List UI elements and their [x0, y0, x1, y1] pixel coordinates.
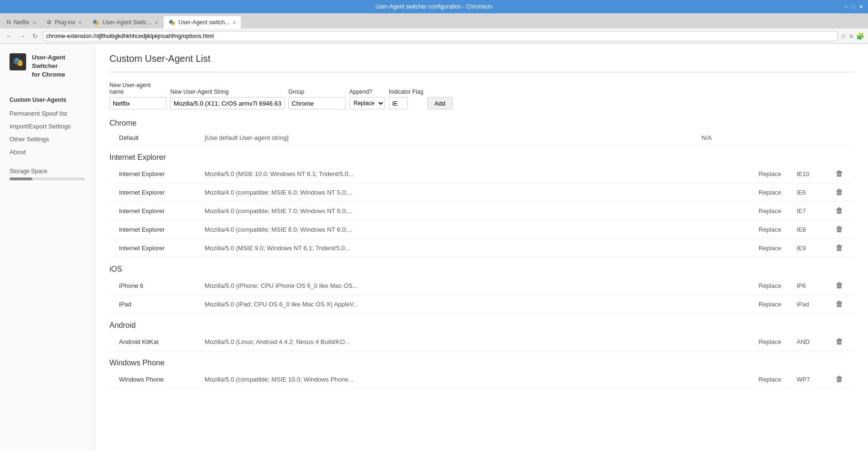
menu-icon[interactable]: ≡	[849, 32, 853, 40]
row-agent-string: Mozilla/5.0 (MSIE 9.0; Windows NT 6.1; T…	[205, 245, 701, 252]
group-heading-android: Android	[109, 321, 854, 330]
append-select[interactable]: Replace Append	[349, 97, 385, 109]
agent-group-input[interactable]	[288, 97, 345, 109]
netflix-tab-icon: N	[7, 19, 11, 26]
window-controls: ─ □ ✕	[845, 4, 863, 10]
ua1-tab-icon: 🎭	[92, 19, 99, 26]
table-row: iPadMozilla/5.0 (iPad; CPU OS 6_0 like M…	[109, 295, 854, 314]
row-agent-string: Mozilla/4.0 (compatible; MSIE 8.0; Windo…	[205, 226, 701, 233]
row-agent-string: Mozilla/4.0 (compatible; MSIE 6.0; Windo…	[205, 189, 701, 196]
row-agent-string: Mozilla/5.0 (MSIE 10.0; Windows NT 6.1; …	[205, 170, 701, 177]
tab-netflix-close[interactable]: ✕	[32, 20, 36, 25]
delete-button[interactable]: 🗑	[835, 299, 844, 309]
bookmark-icon[interactable]: ☆	[840, 32, 847, 40]
row-agent-name: iPhone 6	[109, 282, 205, 289]
row-agent-append: Replace	[759, 189, 797, 196]
tab-ua2-close[interactable]: ✕	[232, 20, 236, 25]
sidebar-item-permanent-spoof[interactable]: Permanent Spoof list	[0, 107, 95, 120]
reload-button[interactable]: ↻	[30, 31, 40, 41]
tab-bar: N Netflix ✕ ⚙ Plug-ins ✕ 🎭 User-Agent Sw…	[0, 13, 868, 29]
group-heading-ios: iOS	[109, 265, 854, 274]
tab-plugins[interactable]: ⚙ Plug-ins ✕	[42, 16, 87, 29]
address-bar[interactable]	[43, 31, 838, 41]
delete-button[interactable]: 🗑	[835, 243, 844, 253]
sidebar-item-about[interactable]: About	[0, 146, 95, 158]
agent-name-input[interactable]	[109, 97, 167, 109]
row-agent-append: Replace	[759, 245, 797, 252]
col-group-header: Group	[288, 88, 345, 95]
table-row: Internet ExplorerMozilla/4.0 (compatible…	[109, 183, 854, 202]
row-agent-group: N/A	[701, 134, 759, 141]
indicator-flag-input[interactable]	[389, 97, 408, 109]
titlebar: User-Agent switcher configuration - Chro…	[0, 0, 868, 13]
storage-bar	[10, 177, 85, 180]
col-append-header: Append?	[349, 88, 385, 95]
row-agent-flag: AND	[797, 338, 835, 345]
row-agent-flag: IE6	[797, 189, 835, 196]
sidebar-item-import-export[interactable]: Import/Export Settings	[0, 120, 95, 133]
row-agent-name: Default	[109, 134, 205, 141]
sidebar-item-other-settings[interactable]: Other Settings	[0, 133, 95, 146]
col-name-header: New User-agent name	[109, 82, 167, 95]
tab-ua1[interactable]: 🎭 User-Agent Switc... ✕	[88, 16, 163, 29]
row-agent-name: Internet Explorer	[109, 245, 205, 252]
sidebar-section-custom-ua: Custom User-Agents	[0, 93, 95, 107]
group-heading-chrome: Chrome	[109, 119, 854, 127]
row-agent-string: Mozilla/5.0 (compatible; MSIE 10.0; Wind…	[205, 376, 701, 383]
row-agent-name: Android KitKat	[109, 338, 205, 345]
row-agent-flag: iPad	[797, 301, 835, 308]
row-agent-string: Mozilla/4.0 (compatible; MSIE 7.0; Windo…	[205, 207, 701, 215]
row-agent-flag: IE10	[797, 170, 835, 177]
add-button[interactable]: Add	[427, 97, 453, 109]
tab-plugins-close[interactable]: ✕	[78, 20, 82, 25]
ua2-tab-icon: 🎭	[168, 19, 176, 26]
extensions-icon[interactable]: 🧩	[856, 32, 864, 40]
table-row: Windows PhoneMozilla/5.0 (compatible; MS…	[109, 370, 854, 389]
row-agent-append: Replace	[759, 282, 797, 289]
table-row: Default[Use default User-agent string]N/…	[109, 130, 854, 146]
storage-label: Storage Space	[10, 168, 85, 175]
delete-button[interactable]: 🗑	[835, 168, 844, 179]
row-agent-name: Internet Explorer	[109, 170, 205, 177]
maximize-icon[interactable]: □	[852, 4, 855, 10]
logo-text-line1: User-Agent Switcher	[32, 53, 85, 70]
delete-button[interactable]: 🗑	[835, 374, 844, 384]
tab-ua2[interactable]: 🎭 User-Agent switch... ✕	[164, 16, 241, 29]
agent-string-input[interactable]	[170, 97, 285, 109]
table-row: Internet ExplorerMozilla/5.0 (MSIE 9.0; …	[109, 239, 854, 257]
row-agent-name: Windows Phone	[109, 376, 205, 383]
delete-button[interactable]: 🗑	[835, 336, 844, 347]
row-agent-flag: WP7	[797, 376, 835, 383]
group-heading-windows-phone: Windows Phone	[109, 359, 854, 367]
table-row: iPhone 6Mozilla/5.0 (iPhone; CPU iPhone …	[109, 276, 854, 295]
toolbar-icons: ☆ ≡ 🧩	[840, 32, 864, 40]
delete-button[interactable]: 🗑	[835, 206, 844, 216]
minimize-icon[interactable]: ─	[845, 4, 848, 10]
logo-icon: 🎭	[10, 53, 26, 70]
group-heading-internet-explorer: Internet Explorer	[109, 153, 854, 162]
page-title: Custom User-Agent List	[109, 53, 854, 64]
add-agent-form: New User-agent name New User-Agent Strin…	[109, 82, 854, 109]
delete-button[interactable]: 🗑	[835, 187, 844, 197]
browser-toolbar: ← → ↻ ☆ ≡ 🧩	[0, 29, 868, 44]
tab-ua1-close[interactable]: ✕	[154, 20, 158, 25]
agent-list: ChromeDefault[Use default User-agent str…	[109, 119, 854, 389]
back-button[interactable]: ←	[4, 31, 14, 41]
row-agent-name: iPad	[109, 301, 205, 308]
row-agent-flag: IE9	[797, 245, 835, 252]
table-row: Android KitKatMozilla/5.0 (Linux; Androi…	[109, 333, 854, 351]
forward-button[interactable]: →	[17, 31, 28, 41]
row-agent-append: Replace	[759, 226, 797, 233]
close-icon[interactable]: ✕	[859, 4, 863, 10]
form-col-indicator: Indicator Flag	[389, 88, 424, 109]
delete-button[interactable]: 🗑	[835, 224, 844, 235]
plugins-tab-icon: ⚙	[47, 19, 52, 26]
delete-button[interactable]: 🗑	[835, 280, 844, 291]
tab-netflix[interactable]: N Netflix ✕	[2, 16, 41, 29]
row-agent-append: Replace	[759, 376, 797, 383]
form-col-append: Append? Replace Append	[349, 88, 385, 109]
row-agent-string: Mozilla/5.0 (iPhone; CPU iPhone OS 6_0 l…	[205, 282, 701, 289]
form-col-string: New User-Agent String	[170, 88, 285, 109]
row-agent-append: Replace	[759, 170, 797, 177]
row-agent-name: Internet Explorer	[109, 189, 205, 196]
